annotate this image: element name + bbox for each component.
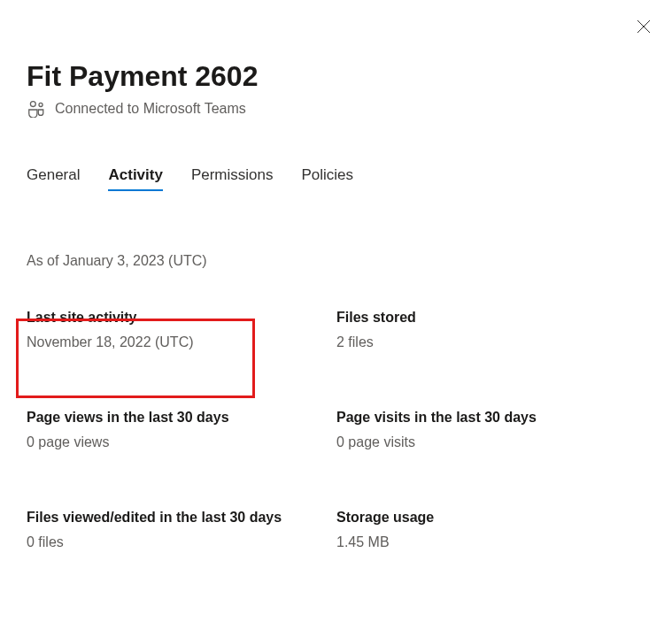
page-title: Fit Payment 2602	[27, 60, 645, 93]
connection-status: Connected to Microsoft Teams	[27, 100, 645, 118]
stat-label: Last site activity	[27, 310, 336, 326]
stat-label: Storage usage	[336, 510, 645, 526]
close-icon	[637, 19, 651, 37]
stat-value: 2 files	[336, 334, 645, 350]
tab-permissions[interactable]: Permissions	[191, 166, 274, 191]
tab-bar: General Activity Permissions Policies	[27, 166, 645, 191]
stat-files-viewed: Files viewed/edited in the last 30 days …	[27, 504, 336, 556]
svg-point-1	[39, 103, 42, 106]
stat-value: 1.45 MB	[336, 534, 645, 550]
close-button[interactable]	[635, 19, 653, 37]
stat-page-views: Page views in the last 30 days 0 page vi…	[27, 404, 336, 456]
tab-activity[interactable]: Activity	[108, 166, 162, 191]
teams-icon	[27, 100, 46, 118]
as-of-date: As of January 3, 2023 (UTC)	[27, 253, 645, 269]
stat-files-stored: Files stored 2 files	[336, 304, 645, 356]
stat-value: 0 page views	[27, 434, 336, 450]
stat-label: Files viewed/edited in the last 30 days	[27, 510, 336, 526]
panel-header: Fit Payment 2602 Connected to Microsoft …	[27, 60, 645, 118]
stat-last-activity: Last site activity November 18, 2022 (UT…	[27, 304, 336, 356]
stat-value: 0 files	[27, 534, 336, 550]
stat-label: Page visits in the last 30 days	[336, 410, 645, 426]
stats-grid: Last site activity November 18, 2022 (UT…	[27, 304, 645, 556]
stat-label: Files stored	[336, 310, 645, 326]
tab-policies[interactable]: Policies	[302, 166, 354, 191]
tab-general[interactable]: General	[27, 166, 80, 191]
stat-value: November 18, 2022 (UTC)	[27, 334, 336, 350]
stat-storage: Storage usage 1.45 MB	[336, 504, 645, 556]
stat-value: 0 page visits	[336, 434, 645, 450]
connection-text: Connected to Microsoft Teams	[55, 101, 246, 117]
svg-point-0	[30, 102, 35, 107]
stat-label: Page views in the last 30 days	[27, 410, 336, 426]
stat-page-visits: Page visits in the last 30 days 0 page v…	[336, 404, 645, 456]
